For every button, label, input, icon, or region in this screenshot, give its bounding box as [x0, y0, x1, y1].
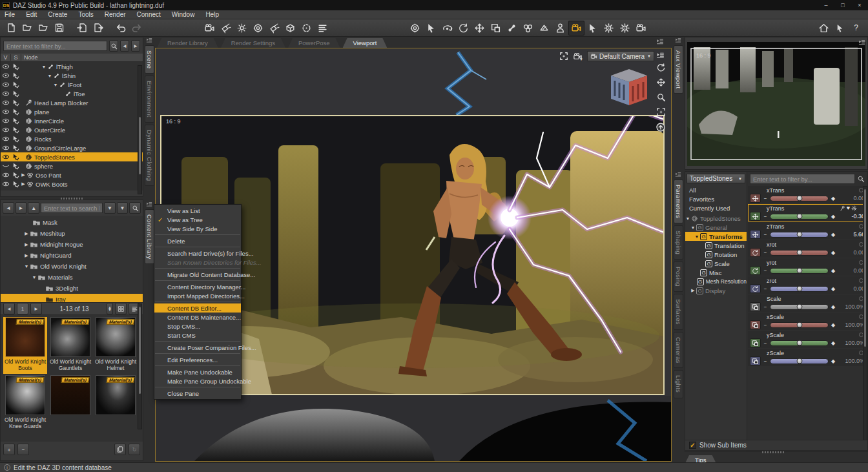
nudge-minus[interactable]: − [763, 358, 768, 364]
scale-tool-icon[interactable] [488, 21, 504, 36]
save-file-icon[interactable] [51, 21, 67, 36]
menu-item-view-side-by-side[interactable]: View Side By Side [154, 224, 241, 233]
asset-thumbnail-selected[interactable]: Material(s) Old World Knight Boots [3, 317, 47, 374]
cursor-select-icon[interactable] [10, 72, 21, 79]
slider-knob[interactable] [796, 340, 802, 346]
menu-item-view-as-list[interactable]: View as List [154, 206, 241, 215]
joint-editor-tool-icon[interactable] [504, 21, 520, 36]
pane-dock-icon[interactable] [146, 37, 152, 43]
filter-all[interactable]: All [685, 185, 747, 194]
nudge-plus[interactable]: ◆ [831, 214, 836, 220]
slider-yscale[interactable]: yScale −◆100.0% [748, 331, 867, 348]
cursor-select-icon[interactable] [10, 180, 21, 188]
slider-knob[interactable] [796, 322, 802, 328]
library-scope-dropdown[interactable]: ▼ [117, 202, 129, 214]
library-folder-row[interactable]: 3Delight [1, 283, 143, 294]
menu-item-edit-preferences[interactable]: Edit Preferences... [154, 355, 241, 364]
tab-posing[interactable]: Posing [674, 262, 683, 292]
create-linear-light-icon[interactable] [266, 21, 282, 36]
spot-render-tool-icon[interactable] [568, 21, 584, 36]
slider-track[interactable] [770, 358, 829, 364]
nudge-plus[interactable]: ◆ [831, 268, 836, 274]
open-file-icon[interactable] [19, 21, 35, 36]
menu-create[interactable]: Create [48, 11, 67, 18]
scene-node-row[interactable]: ▼lShin [1, 71, 143, 80]
aux-pane-options-icon[interactable] [858, 39, 865, 46]
library-folder-row[interactable]: ▶Meshitup [1, 228, 143, 239]
scene-node-row[interactable]: ▼lThigh [1, 62, 143, 71]
scene-node-row[interactable]: InnerCircle [1, 116, 143, 125]
node-selector-dropdown[interactable]: ToppledStones ▼ [687, 174, 745, 183]
aux-3d-scene[interactable]: 16 : 9 [687, 42, 865, 166]
scene-node-row[interactable]: sphere [1, 161, 143, 170]
expand-arrow-icon[interactable]: ▼ [694, 234, 699, 239]
library-folder-row[interactable]: ▶Midnight Rogue [1, 239, 143, 250]
scene-node-row-selected[interactable]: ToppledStones [1, 152, 143, 161]
daz-home-icon[interactable] [816, 21, 832, 36]
expand-arrow-icon[interactable]: ▶ [21, 172, 26, 178]
menu-connect[interactable]: Connect [137, 11, 161, 18]
tab-aux-viewport[interactable]: Aux Viewport [674, 45, 683, 94]
cursor-select-icon[interactable] [10, 90, 21, 97]
menu-item-delete[interactable]: Delete [154, 236, 241, 245]
actor-selector-icon[interactable] [552, 21, 568, 36]
nudge-minus[interactable]: − [763, 214, 768, 220]
library-up-button[interactable]: ▲ [28, 202, 39, 214]
library-folder-row[interactable]: ▼Materials [1, 272, 143, 283]
eye-icon[interactable] [1, 117, 10, 125]
menu-item-content-db-maintenance[interactable]: Content DB Maintenance... [154, 313, 241, 322]
scene-navigator-tool-icon[interactable] [407, 21, 423, 36]
slider-knob[interactable] [796, 196, 802, 201]
param-tree-row[interactable]: GRotation [685, 250, 747, 259]
param-tree-row[interactable]: ▼GGeneral [685, 223, 747, 232]
nudge-plus[interactable]: ◆ [831, 196, 836, 201]
parameters-filter-input[interactable] [750, 174, 855, 184]
library-folder-row-selected[interactable]: Iray [1, 294, 143, 302]
eye-closed-icon[interactable] [1, 162, 10, 170]
parameters-scrollbar[interactable] [863, 186, 867, 449]
nudge-minus[interactable]: − [763, 196, 768, 201]
cursor-select-icon[interactable] [10, 81, 21, 88]
cursor-select-icon[interactable] [10, 153, 21, 161]
expand-arrow-icon[interactable]: ▶ [690, 288, 696, 293]
slider-ytrans-selected[interactable]: yTrans ♥ −◆-0.30 [748, 204, 867, 221]
scene-node-row[interactable]: Rocks [1, 134, 143, 143]
param-settings-gear-icon[interactable] [851, 205, 857, 211]
eye-icon[interactable] [1, 180, 10, 188]
pane-dock-icon[interactable] [675, 171, 681, 178]
camera-view-icon[interactable]: ▼ [573, 52, 583, 61]
nudge-minus[interactable]: − [763, 340, 768, 346]
scene-node-row[interactable]: ▶Oso Pant [1, 170, 143, 180]
redo-icon[interactable] [129, 21, 145, 36]
slider-scale[interactable]: Scale −◆100.0% [748, 294, 867, 312]
eye-icon[interactable] [1, 135, 10, 143]
tab-content-library[interactable]: Content Library [145, 209, 154, 264]
library-search-input[interactable] [41, 203, 103, 213]
filter-currently-used[interactable]: Currently Used [685, 203, 747, 212]
eye-icon[interactable] [1, 72, 10, 79]
reset-camera-icon[interactable] [656, 122, 666, 132]
cursor-select-icon[interactable] [10, 126, 21, 134]
create-primitive-icon[interactable] [282, 21, 298, 36]
param-tree-row[interactable]: GMisc [685, 268, 747, 277]
rotate-tool-icon[interactable] [439, 21, 455, 36]
menu-file[interactable]: File [5, 11, 15, 18]
help-icon[interactable]: ? [848, 21, 864, 36]
remove-category-button[interactable]: − [17, 444, 29, 455]
eye-icon[interactable] [1, 99, 10, 107]
page-next-button[interactable]: ► [30, 303, 42, 314]
tab-dynamic-clothing[interactable]: Dynamic Clothing [145, 125, 154, 186]
scene-node-row[interactable]: Head Lamp Blocker [1, 98, 143, 107]
favorite-heart-icon[interactable]: ♥ [847, 205, 850, 211]
slider-xrot[interactable]: xrot −◆0.00 [748, 240, 867, 258]
node-selection-tool-icon[interactable] [423, 21, 439, 36]
align-items-icon[interactable] [315, 21, 331, 36]
slider-knob[interactable] [796, 268, 802, 274]
eye-icon[interactable] [1, 126, 10, 134]
slider-track[interactable] [770, 232, 829, 238]
slider-track[interactable] [770, 250, 829, 256]
pane-dock-icon[interactable] [146, 201, 152, 207]
cursor-select-icon[interactable] [10, 135, 21, 143]
scene-forward-button[interactable]: ► [131, 40, 140, 52]
library-folder-row[interactable]: ▼Old World Knight [1, 261, 143, 272]
